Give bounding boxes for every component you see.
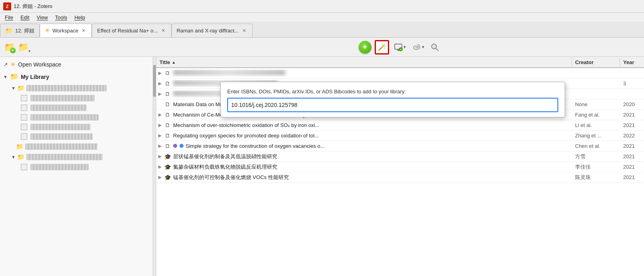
tab-raman-close[interactable]: ✕	[241, 28, 247, 34]
column-header-title[interactable]: Title ▲	[156, 58, 572, 67]
row-title: 层状锰基催化剂的制备及其低温脱硝性能研究	[172, 153, 572, 160]
table-header: Title ▲ Creator Year	[156, 57, 644, 68]
tag-blue-icon	[180, 144, 184, 148]
expand-icon[interactable]: ▶	[156, 81, 164, 86]
menu-edit[interactable]: Edit	[17, 14, 32, 21]
tab-workspace[interactable]: ✳ Workspace ✕	[40, 24, 92, 37]
tab-workspace-close[interactable]: ✕	[81, 28, 87, 34]
expand-icon[interactable]: ▶	[156, 154, 164, 159]
expand-icon[interactable]: ▶	[156, 164, 164, 169]
sidebar-tree-item[interactable]	[21, 93, 156, 103]
attach-file-button[interactable]: + ▾	[392, 42, 408, 52]
sidebar: ↗ ✳ Open Workspace ▼ 📁 My Library ▼ 📁	[0, 57, 156, 276]
add-item-button[interactable]: +	[359, 41, 371, 54]
new-collection-button[interactable]: 📁 ▾	[17, 41, 30, 53]
column-header-creator[interactable]: Creator	[572, 58, 620, 67]
sidebar-tree-item[interactable]	[21, 103, 156, 113]
sidebar-tree-item[interactable]: ▼ 📁	[8, 152, 156, 162]
tab-folder[interactable]: 📁 12. 师姐	[0, 24, 40, 37]
doc-icon: 🗋	[164, 91, 172, 97]
expand-icon[interactable]: ▶	[156, 143, 164, 149]
expand-icon[interactable]: ▶	[156, 71, 164, 76]
svg-point-2	[383, 45, 384, 46]
svg-point-7	[380, 48, 381, 49]
menu-tools[interactable]: Tools	[52, 14, 70, 21]
row-year: 2021	[620, 122, 644, 128]
svg-line-5	[384, 48, 385, 48]
svg-line-3	[378, 50, 379, 51]
tab-effect[interactable]: Effect of Residual Na+ o... ✕	[92, 24, 171, 37]
row-year: 2020	[620, 101, 644, 107]
item-icon-blurred	[21, 114, 27, 121]
table-row[interactable]: ▶ 🎓 氮掺杂碳材料负载铁氧化物脱硫反应机理研究 李佳佳 2021	[156, 162, 644, 172]
item-icon-blurred	[21, 133, 27, 140]
tab-bar: 📁 12. 师姐 ✳ Workspace ✕ Effect of Residua…	[0, 22, 644, 38]
row-year: 2021	[620, 164, 644, 170]
my-library-label: My Library	[21, 74, 49, 80]
new-item-button[interactable]: 📁 +	[3, 41, 16, 53]
sidebar-item-label	[30, 124, 91, 130]
sidebar-tree-item[interactable]	[21, 122, 156, 132]
table-row[interactable]: ▶ 🗋 Mechanism of over-stoichiometric oxi…	[156, 120, 644, 131]
row-year: 2021	[620, 174, 644, 180]
link-button[interactable]: ▾	[411, 42, 426, 52]
expand-icon[interactable]: ▶	[156, 175, 164, 180]
expand-icon[interactable]: ▶	[156, 123, 164, 128]
sidebar-scroll-thumb[interactable]	[153, 65, 156, 97]
folder-icon2: 📁	[16, 143, 24, 150]
sort-arrow-icon: ▲	[172, 60, 176, 64]
table-row[interactable]: ▶ 🗋	[156, 68, 644, 79]
sidebar-tree-item[interactable]	[21, 162, 156, 172]
row-year: 2021	[620, 153, 644, 159]
sidebar-tree-item[interactable]: ▶ 📁	[8, 141, 156, 152]
doi-input[interactable]	[227, 98, 558, 112]
column-header-year[interactable]: Year	[620, 58, 644, 67]
row-title: Simple strategy for the construction of …	[172, 143, 572, 149]
doi-popup-label: Enter ISBNs, DOIs, PMIDs, arXiv IDs, or …	[227, 89, 558, 95]
table-row[interactable]: ▶ 🎓 锰基催化剂的可控制备及催化燃烧 VOCs 性能研究 陈灵珠 2021	[156, 172, 644, 183]
expand-icon[interactable]: ▶	[156, 133, 164, 138]
row-year: 2022	[620, 133, 644, 139]
graduation-cap-icon: 🎓	[164, 174, 172, 181]
row-creator: Zhang et ...	[572, 133, 620, 139]
menu-help[interactable]: Help	[71, 14, 89, 21]
tab-workspace-label: Workspace	[52, 28, 79, 34]
tab-effect-close[interactable]: ✕	[160, 28, 166, 34]
sidebar-item-open-workspace[interactable]: ↗ ✳ Open Workspace	[0, 58, 156, 71]
doc-icon: 🗋	[164, 81, 172, 87]
expand-icon[interactable]: ▶	[156, 91, 164, 97]
sidebar-item-label2	[30, 164, 89, 170]
table-row[interactable]: ▶ 🎓 层状锰基催化剂的制备及其低温脱硝性能研究 方雪 2021	[156, 151, 644, 162]
app-icon: Z	[3, 2, 11, 10]
tab-workspace-icon: ✳	[45, 27, 50, 34]
row-year: 2021	[620, 143, 644, 149]
chevron-right-icon: ▼	[11, 86, 16, 91]
doc-icon: 🗋	[164, 112, 172, 118]
menu-view[interactable]: View	[33, 14, 51, 21]
sidebar-item-blurred-label2	[25, 143, 97, 150]
expand-icon[interactable]: ▶	[156, 112, 164, 117]
sidebar-tree-item[interactable]	[21, 132, 156, 141]
item-icon-blurred	[21, 105, 27, 111]
tab-raman[interactable]: Raman and X-ray diffract... ✕	[172, 24, 252, 37]
search-button[interactable]	[429, 42, 440, 53]
sidebar-item-my-library[interactable]: ▼ 📁 My Library	[0, 71, 156, 83]
sidebar-tree-item[interactable]	[21, 113, 156, 122]
doc-icon: 🗋	[164, 101, 172, 107]
row-creator: None	[572, 101, 620, 107]
menu-file[interactable]: File	[2, 14, 16, 21]
doc-icon: 🗋	[164, 143, 172, 149]
row-title: 锰基催化剂的可控制备及催化燃烧 VOCs 性能研究	[172, 174, 572, 181]
add-by-identifier-button[interactable]	[375, 40, 389, 54]
row-creator: Chen et al.	[572, 143, 620, 149]
row-title	[172, 70, 572, 77]
tab-folder-icon: 📁	[5, 27, 13, 34]
row-title: 氮掺杂碳材料负载铁氧化物脱硫反应机理研究	[172, 163, 572, 171]
sidebar-workspace-star-icon: ✳	[10, 61, 16, 68]
table-row[interactable]: ▶ 🗋 Regulating oxygen species for promot…	[156, 131, 644, 141]
doc-icon: 🗋	[164, 70, 172, 76]
sidebar-tree-item[interactable]: ▼ 📁	[8, 83, 156, 93]
table-row[interactable]: ▶ 🗋 Simple strategy for the construction…	[156, 141, 644, 151]
doi-popup: Enter ISBNs, DOIs, PMIDs, arXiv IDs, or …	[220, 82, 565, 117]
sidebar-scrollbar[interactable]	[153, 57, 156, 276]
